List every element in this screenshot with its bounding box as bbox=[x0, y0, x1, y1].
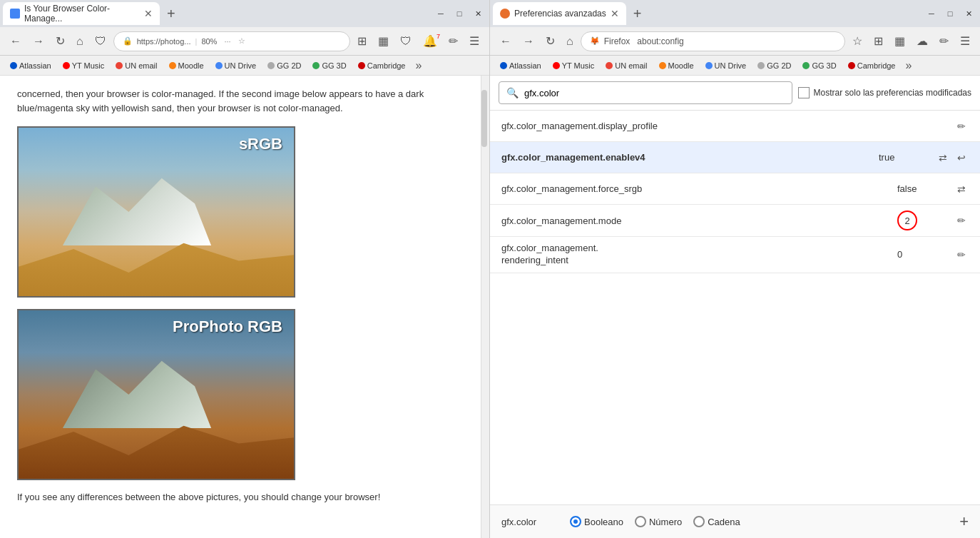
pref-toggle-button-force-srgb[interactable]: ⇄ bbox=[954, 182, 969, 196]
url-bar[interactable]: 🔒 https://photog... | 80% ··· ☆ bbox=[113, 31, 350, 51]
bookmark-unemail-label: UN email bbox=[125, 61, 157, 70]
minimize-button[interactable]: ─ bbox=[432, 7, 449, 20]
right-bookmark-gg2d[interactable]: GG 2D bbox=[753, 60, 795, 71]
right-bookmark-atlassian[interactable]: Atlassian bbox=[496, 60, 546, 71]
bookmark-star[interactable]: ☆ bbox=[238, 36, 245, 46]
bookmark-cambridge[interactable]: Cambridge bbox=[354, 60, 410, 71]
config-search-bar: 🔍 gfx.color Mostrar solo las preferencia… bbox=[490, 76, 980, 111]
right-menu-button[interactable]: ☰ bbox=[956, 31, 974, 51]
right-maximize-button[interactable]: □ bbox=[941, 7, 959, 20]
gg2d-icon bbox=[267, 62, 275, 69]
right-new-tab-button[interactable]: + bbox=[628, 6, 648, 22]
right-sidebar-button[interactable]: ▦ bbox=[890, 31, 909, 51]
modified-only-checkbox[interactable] bbox=[798, 87, 810, 98]
zoom-button[interactable]: 80% bbox=[201, 37, 217, 46]
search-icon: 🔍 bbox=[506, 87, 519, 98]
forward-button[interactable]: → bbox=[29, 32, 49, 51]
right-gg3d-icon bbox=[802, 62, 810, 69]
left-active-tab[interactable]: Is Your Browser Color-Manage... ✕ bbox=[3, 2, 160, 25]
add-pref-name: gfx.color bbox=[501, 517, 558, 527]
right-bookmarks-more[interactable]: » bbox=[903, 59, 915, 72]
left-new-tab-button[interactable]: + bbox=[161, 6, 181, 22]
maximize-button[interactable]: □ bbox=[451, 7, 468, 20]
config-content: 🔍 gfx.color Mostrar solo las preferencia… bbox=[490, 76, 980, 538]
srgb-label: sRGB bbox=[239, 135, 282, 153]
bookmark-ytmusic[interactable]: YT Music bbox=[58, 60, 109, 71]
right-tab-title: Preferencias avanzadas bbox=[514, 9, 606, 19]
bookmark-unemail[interactable]: UN email bbox=[111, 60, 161, 71]
modified-only-label: Mostrar solo las preferencias modificada… bbox=[814, 88, 971, 98]
url-text: https://photog... bbox=[137, 37, 191, 46]
pref-actions-display-profile: ✏ bbox=[954, 119, 969, 133]
right-url-bar[interactable]: 🦊 Firefox about:config bbox=[581, 31, 845, 51]
extensions-button[interactable]: ⊞ bbox=[353, 31, 371, 51]
undrive-icon bbox=[215, 62, 223, 69]
pref-edit-button-display-profile[interactable]: ✏ bbox=[954, 119, 969, 133]
radio-cadena[interactable]: Cadena bbox=[693, 516, 740, 527]
lock-icon: 🔒 bbox=[123, 36, 133, 46]
pref-edit-button-mode[interactable]: ✏ bbox=[954, 213, 969, 228]
ytmusic-icon bbox=[63, 62, 70, 69]
right-bookmark-unemail[interactable]: UN email bbox=[601, 60, 651, 71]
right-bookmark-ytmusic[interactable]: YT Music bbox=[548, 60, 599, 71]
close-button[interactable]: ✕ bbox=[469, 7, 486, 20]
right-back-button[interactable]: ← bbox=[496, 32, 516, 51]
right-pen-button[interactable]: ✏ bbox=[935, 31, 953, 51]
pen-button[interactable]: ✏ bbox=[444, 31, 462, 51]
bookmark-moodle[interactable]: Moodle bbox=[165, 60, 208, 71]
srgb-image-container: sRGB bbox=[17, 126, 464, 298]
bottom-text: If you see any differences between the a… bbox=[17, 492, 464, 502]
config-search-input[interactable]: 🔍 gfx.color bbox=[499, 81, 792, 104]
mode-value-circled: 2 bbox=[897, 210, 917, 230]
pref-value-enablev4: true bbox=[879, 152, 936, 163]
right-gg2d-icon bbox=[757, 62, 765, 69]
notification-button[interactable]: 🔔7 bbox=[419, 31, 441, 51]
right-minimize-button[interactable]: ─ bbox=[923, 7, 940, 20]
left-tab-close[interactable]: ✕ bbox=[144, 8, 153, 19]
menu-button[interactable]: ☰ bbox=[465, 31, 484, 51]
home-button[interactable]: ⌂ bbox=[72, 32, 88, 51]
pref-actions-mode: ✏ bbox=[954, 213, 969, 228]
right-reload-button[interactable]: ↻ bbox=[541, 31, 559, 51]
reload-button[interactable]: ↻ bbox=[51, 31, 69, 51]
bookmark-undrive[interactable]: UN Drive bbox=[211, 60, 261, 71]
config-table: gfx.color_management.display_profile ✏ g… bbox=[490, 111, 980, 504]
pref-name-mode: gfx.color_management.mode bbox=[501, 215, 897, 226]
pref-edit-button-rendering-intent[interactable]: ✏ bbox=[954, 248, 969, 262]
gg3d-icon bbox=[312, 62, 320, 69]
right-sync-button[interactable]: ☁ bbox=[912, 31, 932, 51]
bookmarks-more[interactable]: » bbox=[413, 59, 425, 72]
right-forward-button[interactable]: → bbox=[519, 32, 539, 51]
right-bookmark-button[interactable]: ☆ bbox=[848, 31, 867, 51]
back-button[interactable]: ← bbox=[6, 32, 26, 51]
add-preference-button[interactable]: + bbox=[959, 512, 969, 531]
right-close-button[interactable]: ✕ bbox=[960, 7, 977, 20]
right-url-text: about:config bbox=[637, 36, 683, 46]
bookmark-gg3d[interactable]: GG 3D bbox=[308, 60, 350, 71]
url-more[interactable]: ··· bbox=[224, 37, 230, 46]
shield-button[interactable]: 🛡 bbox=[91, 32, 111, 51]
bookmark-gg3d-label: GG 3D bbox=[322, 61, 346, 70]
sidebar-button[interactable]: ▦ bbox=[374, 31, 393, 51]
right-bookmark-moodle[interactable]: Moodle bbox=[655, 60, 698, 71]
left-main-area: concerned, then your browser is color-ma… bbox=[0, 76, 489, 538]
right-active-tab[interactable]: Preferencias avanzadas ✕ bbox=[493, 2, 626, 25]
left-window-controls: ─ □ ✕ bbox=[432, 7, 486, 20]
bookmark-atlassian[interactable]: Atlassian bbox=[6, 60, 56, 71]
right-bookmark-undrive[interactable]: UN Drive bbox=[701, 60, 751, 71]
right-home-button[interactable]: ⌂ bbox=[562, 32, 578, 51]
pref-reset-button-enablev4[interactable]: ↩ bbox=[954, 151, 969, 165]
shield2-button[interactable]: 🛡 bbox=[396, 31, 416, 51]
bookmark-gg2d[interactable]: GG 2D bbox=[263, 60, 305, 71]
right-bookmark-gg3d[interactable]: GG 3D bbox=[798, 60, 840, 71]
right-bookmark-cambridge[interactable]: Cambridge bbox=[844, 60, 900, 71]
radio-numero[interactable]: Número bbox=[635, 516, 682, 527]
pref-toggle-button-enablev4[interactable]: ⇄ bbox=[936, 151, 950, 165]
right-extensions-button[interactable]: ⊞ bbox=[869, 31, 887, 51]
radio-booleano[interactable]: Booleano bbox=[570, 516, 623, 527]
right-moodle-icon bbox=[659, 62, 666, 69]
scrollbar-thumb[interactable] bbox=[481, 90, 487, 147]
left-scrollbar[interactable] bbox=[481, 76, 489, 538]
nav-actions: ⊞ ▦ 🛡 🔔7 ✏ ☰ bbox=[353, 31, 484, 51]
right-tab-close[interactable]: ✕ bbox=[611, 8, 619, 19]
